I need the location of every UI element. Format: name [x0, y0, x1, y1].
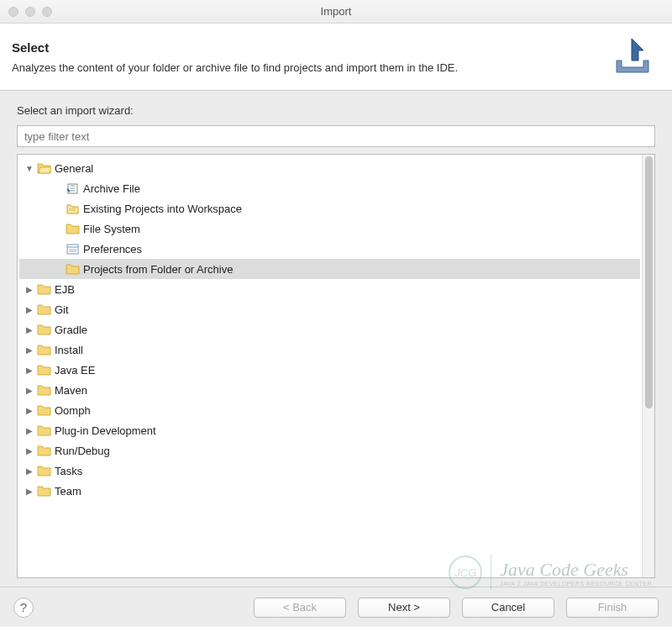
disclosure-down-icon[interactable]: ▼	[24, 164, 34, 173]
disclosure-right-icon[interactable]: ▶	[24, 487, 34, 496]
folder-icon	[36, 443, 51, 458]
tree-item[interactable]: ▶ Projects from Folder or Archive	[19, 259, 640, 279]
tree-item[interactable]: ▶ Archive File	[19, 178, 640, 198]
disclosure-right-icon[interactable]: ▶	[24, 386, 34, 395]
tree-group[interactable]: ▶ Git	[19, 299, 640, 319]
tree-scroll-thumb[interactable]	[645, 156, 653, 408]
tree-group-label: Maven	[55, 384, 87, 397]
help-button[interactable]: ?	[13, 598, 34, 618]
tree-group[interactable]: ▶ Plug-in Development	[19, 420, 640, 440]
next-button[interactable]: Next >	[358, 598, 450, 618]
tree-group-label: General	[55, 162, 93, 175]
finish-button[interactable]: Finish	[566, 598, 659, 618]
page-title: Select	[12, 40, 458, 55]
tree-group[interactable]: ▶ Tasks	[19, 461, 640, 481]
tree-group[interactable]: ▶ EJB	[19, 279, 640, 299]
prefs-icon	[65, 241, 80, 256]
tree-group[interactable]: ▶ Install	[19, 340, 640, 360]
maximize-window-button[interactable]	[42, 7, 52, 17]
tree-group-label: Tasks	[55, 465, 82, 477]
disclosure-right-icon[interactable]: ▶	[24, 305, 34, 314]
tree-scrollbar[interactable]	[642, 155, 654, 577]
folder-icon	[36, 322, 51, 337]
tree-group[interactable]: ▶ Team	[19, 481, 640, 501]
folder-icon	[65, 221, 80, 236]
folder-icon	[36, 302, 51, 317]
folder-icon	[36, 342, 51, 357]
folder-icon	[36, 403, 51, 418]
tree-group[interactable]: ▶ Java EE	[19, 360, 640, 380]
folder-icon	[36, 161, 51, 176]
tree-item-label: Archive File	[83, 182, 140, 195]
disclosure-right-icon[interactable]: ▶	[24, 446, 34, 456]
wizard-tree-container: ▼ General▶ Archive File▶ Existing Projec…	[17, 154, 655, 578]
import-icon	[606, 35, 655, 78]
tree-group-label: Oomph	[55, 404, 91, 417]
dialog-body: Select an import wizard: ▼ General▶ Arch…	[0, 91, 672, 587]
disclosure-right-icon[interactable]: ▶	[24, 285, 34, 294]
folder-icon	[36, 362, 51, 377]
tree-group-label: EJB	[55, 283, 75, 296]
archive-icon	[65, 181, 80, 196]
tree-group-label: Plug-in Development	[55, 424, 156, 437]
tree-item-label: File System	[83, 223, 140, 235]
tree-group-label: Install	[55, 344, 83, 356]
disclosure-right-icon[interactable]: ▶	[24, 466, 34, 476]
dialog-header: Select Analyzes the content of your fold…	[0, 24, 672, 91]
tree-item-label: Projects from Folder or Archive	[83, 263, 233, 276]
tree-item[interactable]: ▶ Existing Projects into Workspace	[19, 198, 640, 219]
tree-group-label: Java EE	[55, 364, 95, 377]
tree-group-label: Team	[55, 485, 81, 498]
filter-input[interactable]	[17, 125, 655, 147]
tree-group[interactable]: ▶ Gradle	[19, 319, 640, 340]
tree-group[interactable]: ▶ Maven	[19, 380, 640, 400]
disclosure-right-icon[interactable]: ▶	[24, 325, 34, 334]
minimize-window-button[interactable]	[25, 7, 35, 17]
titlebar: Import	[0, 0, 672, 24]
folder-icon	[36, 382, 51, 398]
tree-group[interactable]: ▼ General	[19, 158, 640, 178]
tree-group-label: Gradle	[55, 324, 87, 336]
cancel-button[interactable]: Cancel	[462, 598, 554, 618]
disclosure-right-icon[interactable]: ▶	[24, 406, 34, 415]
wizard-tree[interactable]: ▼ General▶ Archive File▶ Existing Projec…	[18, 155, 642, 577]
project-icon	[65, 201, 80, 216]
tree-group-label: Git	[55, 303, 69, 316]
folder-icon	[36, 483, 51, 498]
folder-icon	[36, 463, 51, 478]
tree-item-label: Preferences	[83, 243, 142, 255]
folder-icon	[36, 423, 51, 438]
folder-icon	[65, 261, 80, 276]
tree-item[interactable]: ▶ Preferences	[19, 239, 640, 259]
tree-item-label: Existing Projects into Workspace	[83, 203, 242, 215]
disclosure-right-icon[interactable]: ▶	[24, 345, 34, 355]
disclosure-right-icon[interactable]: ▶	[24, 366, 34, 375]
tree-group-label: Run/Debug	[55, 445, 110, 457]
tree-group[interactable]: ▶ Run/Debug	[19, 440, 640, 461]
folder-icon	[36, 282, 51, 297]
window-controls	[8, 7, 52, 17]
wizard-label: Select an import wizard:	[17, 104, 655, 117]
window-title: Import	[321, 5, 352, 18]
close-window-button[interactable]	[8, 7, 18, 17]
disclosure-right-icon[interactable]: ▶	[24, 426, 34, 435]
tree-group[interactable]: ▶ Oomph	[19, 400, 640, 420]
tree-item[interactable]: ▶ File System	[19, 219, 640, 239]
page-description: Analyzes the content of your folder or a…	[12, 61, 458, 74]
back-button[interactable]: < Back	[254, 598, 346, 618]
dialog-footer: ? < Back Next > Cancel Finish	[0, 587, 672, 627]
